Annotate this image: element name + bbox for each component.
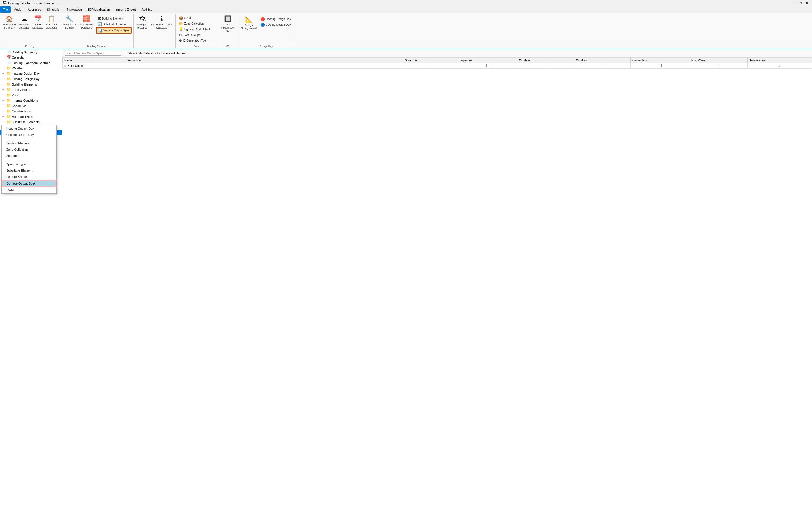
context-menu-schedule[interactable]: Schedule bbox=[2, 153, 56, 159]
expander: + bbox=[2, 88, 6, 91]
menu-apertures[interactable]: Apertures bbox=[25, 6, 44, 13]
close-button[interactable]: ✕ bbox=[804, 1, 810, 5]
context-menu-feature-shade[interactable]: Feature Shade bbox=[2, 174, 56, 180]
context-menu-separator-2 bbox=[2, 159, 56, 161]
filter-checkbox[interactable] bbox=[124, 52, 127, 55]
calendar-database-button[interactable]: 📅 CalendarDatabase bbox=[31, 15, 45, 30]
menu-add-ins[interactable]: Add-Ins bbox=[139, 6, 155, 13]
substitute-element-sm-label: Substitute Element bbox=[103, 23, 127, 26]
izam-label: IZAM bbox=[184, 16, 191, 19]
design-day-small-group: 🔴 Heating Design Day 🔵 Cooling Design Da… bbox=[259, 15, 292, 27]
navigate-summary-icon: 🏠 bbox=[5, 15, 13, 23]
table-scroll[interactable]: Name Description Solar Gain Aperture ...… bbox=[62, 58, 812, 506]
navigate-element-button[interactable]: 🔧 Navigate toElement bbox=[62, 15, 77, 30]
col-long-wave: Long Wave bbox=[689, 58, 748, 63]
menu-import-export[interactable]: Import / Export bbox=[113, 6, 139, 13]
context-menu-izam[interactable]: IZAM bbox=[2, 187, 56, 193]
zone-collection-icon: 📂 bbox=[179, 21, 183, 26]
weather-database-button[interactable]: ☁ WeatherDatabase bbox=[17, 15, 31, 30]
heating-design-day-button[interactable]: 🔴 Heating Design Day bbox=[259, 16, 292, 22]
building-summary-label: Building Summary bbox=[12, 51, 37, 54]
sidebar-item-cooling-design-day[interactable]: + 📁 Cooling Design Day bbox=[0, 76, 62, 82]
convection-checkbox[interactable] bbox=[658, 64, 662, 67]
sidebar-item-zones[interactable]: + 📁 Zones bbox=[0, 92, 62, 98]
3d-visualisation-button[interactable]: 🔲 3DVisualisation3D bbox=[220, 15, 236, 33]
sidebar-item-calendar[interactable]: 📅 Calendar bbox=[0, 55, 62, 60]
aperture-types-label: Aperture Types bbox=[12, 115, 33, 118]
table-row[interactable]: ⊞Solar Output ✓ bbox=[63, 63, 812, 69]
context-menu-heating-design-day[interactable]: Heating Design Day bbox=[2, 125, 56, 132]
temperature-checkbox[interactable]: ✓ bbox=[778, 64, 782, 67]
ribbon-zones-content: 🗺 Navigateto Zones 🌡 Internal Conditions… bbox=[135, 14, 174, 47]
constructions-icon: 🧱 bbox=[83, 15, 90, 23]
aperture-checkbox[interactable] bbox=[487, 64, 490, 67]
sidebar-item-zone-groups[interactable]: + 📁 Zone Groups bbox=[0, 87, 62, 92]
sidebar-item-internal-conditions[interactable]: + 📁 Internal Conditions bbox=[0, 98, 62, 103]
condensation-checkbox[interactable] bbox=[544, 64, 547, 67]
design-sizing-button[interactable]: 📐 DesignSizing Wizard bbox=[240, 15, 258, 30]
calendar-label: Calendar bbox=[12, 56, 25, 59]
context-menu-aperture-type[interactable]: Aperture Type bbox=[2, 161, 56, 167]
zone-groups-label: Zone Groups bbox=[12, 88, 30, 91]
context-menu-building-element[interactable]: Building Element bbox=[2, 140, 56, 146]
content-toolbar: Show Only Surface Output Specs with Issu… bbox=[62, 49, 812, 58]
sidebar-item-substitute-elements[interactable]: + 📁 Substitute Elements bbox=[0, 119, 62, 124]
sidebar-item-constructions[interactable]: + 📁 Constructions bbox=[0, 108, 62, 114]
menu-navigation[interactable]: Navigation bbox=[64, 6, 85, 13]
app-icon: 🏗 bbox=[2, 1, 6, 5]
conduction-checkbox[interactable] bbox=[601, 64, 604, 67]
navigate-zones-button[interactable]: 🗺 Navigateto Zones bbox=[135, 15, 150, 30]
building-element-sm-icon: 🏗 bbox=[97, 16, 101, 21]
constructions-label: ConstructionsDatabase bbox=[79, 23, 94, 29]
cooling-design-day-button[interactable]: 🔵 Cooling Design Day bbox=[259, 22, 292, 27]
constructions-database-button[interactable]: 🧱 ConstructionsDatabase bbox=[78, 15, 95, 30]
main-layout: 📄 Building Summary 📅 Calendar 📄 Heating … bbox=[0, 49, 812, 506]
surface-output-spec-button[interactable]: 📊 Surface Output Spec bbox=[96, 27, 132, 34]
izam-button[interactable]: 📦 IZAM bbox=[177, 15, 193, 21]
col-convection: Convection bbox=[631, 58, 689, 63]
context-menu-cooling-design-day[interactable]: Cooling Design Day bbox=[2, 132, 56, 138]
filter-text: Show Only Surface Output Specs with Issu… bbox=[128, 52, 185, 55]
context-menu-zone-collection[interactable]: Zone Collection bbox=[2, 146, 56, 153]
menu-file[interactable]: File bbox=[0, 6, 11, 13]
col-conduction: Conducti... bbox=[574, 58, 631, 63]
menu-model[interactable]: Model bbox=[11, 6, 25, 13]
long-wave-checkbox[interactable] bbox=[717, 64, 720, 67]
search-input[interactable] bbox=[65, 51, 121, 56]
substitute-elements-label: Substitute Elements bbox=[12, 120, 40, 124]
cell-solar-gain bbox=[403, 63, 459, 69]
maximize-button[interactable]: □ bbox=[798, 1, 804, 5]
menu-3d-visualisation[interactable]: 3D Visualisation bbox=[85, 6, 113, 13]
context-menu: Heating Design Day Cooling Design Day Bu… bbox=[1, 125, 57, 194]
sidebar-item-aperture-types[interactable]: + 📁 Aperture Types bbox=[0, 114, 62, 119]
zone-collection-button[interactable]: 📂 Zone Collection bbox=[177, 21, 205, 26]
schedule-database-button[interactable]: 📋 ScheduleDatabase bbox=[45, 15, 58, 30]
sidebar-item-weather[interactable]: + 📁 Weather bbox=[0, 65, 62, 71]
minimize-button[interactable]: ─ bbox=[792, 1, 797, 5]
heating-plantroom-icon: 📄 bbox=[6, 61, 11, 65]
menu-simulation[interactable]: Simulation bbox=[44, 6, 64, 13]
ic-generation-label: IC Generation Tool bbox=[183, 39, 207, 42]
ribbon-3d-label: 3D bbox=[219, 44, 237, 48]
lighting-control-button[interactable]: 💡 Lighting Control Tool bbox=[177, 27, 211, 32]
solar-gain-checkbox[interactable] bbox=[430, 64, 433, 67]
filter-label[interactable]: Show Only Surface Output Specs with Issu… bbox=[124, 52, 185, 55]
internal-conditions-label: Internal Conditions bbox=[12, 99, 38, 102]
sidebar-item-building-summary[interactable]: 📄 Building Summary bbox=[0, 49, 62, 55]
aperture-types-icon: 📁 bbox=[6, 114, 11, 119]
ribbon-group-zones: 🗺 Navigateto Zones 🌡 Internal Conditions… bbox=[134, 14, 176, 48]
ic-generation-icon: ⚙ bbox=[179, 38, 182, 43]
internal-conditions-button[interactable]: 🌡 Internal ConditionsDatabase bbox=[150, 15, 174, 30]
context-menu-surface-output-spec[interactable]: Surface Output Spec bbox=[2, 180, 56, 187]
navigate-summary-button[interactable]: 🏠 Navigate toSummary bbox=[2, 15, 17, 30]
substitute-element-small-button[interactable]: 🔄 Substitute Element bbox=[96, 21, 132, 27]
ic-generation-button[interactable]: ⚙ IC Generation Tool bbox=[177, 38, 208, 43]
hvac-groups-button[interactable]: ❄ HVAC Groups bbox=[177, 32, 202, 38]
context-menu-substitute-element[interactable]: Substitute Element bbox=[2, 167, 56, 174]
sidebar-item-schedules[interactable]: + 📁 Schedules bbox=[0, 103, 62, 108]
sidebar-item-heating-plantroom[interactable]: 📄 Heating Plantroom Controls bbox=[0, 60, 62, 65]
cell-description bbox=[125, 63, 403, 69]
sidebar-item-building-elements[interactable]: + 📁 Building Elements bbox=[0, 82, 62, 87]
sidebar-item-heating-design-day[interactable]: + 📁 Heating Design Day bbox=[0, 71, 62, 76]
building-element-small-button[interactable]: 🏗 Building Element bbox=[96, 16, 132, 21]
